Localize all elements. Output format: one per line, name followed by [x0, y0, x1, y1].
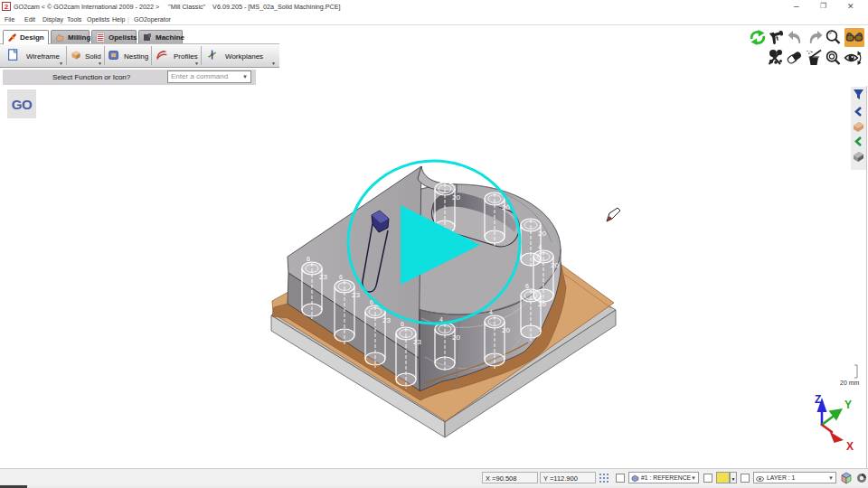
svg-text:20: 20: [502, 326, 510, 334]
svg-text:2: 2: [5, 3, 9, 11]
svg-text:X: X: [846, 440, 854, 453]
svg-text:20: 20: [452, 193, 460, 202]
svg-text:23: 23: [382, 316, 391, 324]
svg-text:20: 20: [551, 261, 559, 269]
svg-text:6: 6: [401, 321, 404, 327]
svg-text:20: 20: [452, 333, 460, 342]
svg-text:4: 4: [538, 244, 542, 250]
svg-text:20: 20: [538, 230, 546, 238]
svg-text:20 mm: 20 mm: [840, 380, 860, 386]
svg-text:Y: Y: [844, 399, 852, 411]
svg-text:23: 23: [352, 291, 360, 299]
svg-text:4: 4: [439, 176, 443, 183]
svg-text:6: 6: [525, 283, 529, 289]
svg-text:Z: Z: [815, 393, 821, 406]
svg-text:6: 6: [307, 256, 310, 262]
svg-text:23: 23: [413, 338, 421, 346]
svg-text:6: 6: [339, 274, 343, 280]
svg-text:23: 23: [319, 273, 327, 281]
svg-text:4: 4: [439, 316, 443, 323]
svg-text:20: 20: [538, 300, 546, 308]
svg-text:4: 4: [489, 309, 493, 315]
